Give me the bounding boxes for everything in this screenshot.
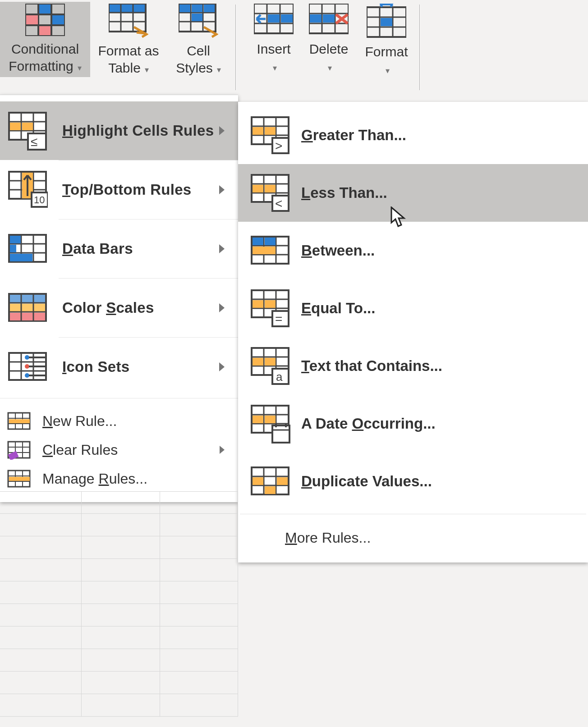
delete-cells-button[interactable]: Delete▾ — [300, 2, 357, 77]
conditional-formatting-icon — [25, 4, 65, 36]
svg-rect-43 — [381, 18, 392, 26]
format-as-table-icon — [109, 4, 148, 38]
svg-rect-36 — [310, 14, 322, 23]
svg-rect-37 — [323, 14, 335, 23]
format-cells-label: Format — [365, 44, 408, 59]
insert-cells-button[interactable]: Insert▾ — [247, 2, 300, 77]
format-as-table-button[interactable]: Format as Table ▾ — [90, 2, 167, 79]
cell-styles-label: Cell Styles — [176, 43, 213, 75]
conditional-formatting-button[interactable]: Conditional Formatting ▾ — [0, 2, 90, 77]
ribbon-group-divider — [419, 5, 420, 90]
svg-rect-30 — [281, 14, 293, 23]
format-cells-icon — [367, 4, 406, 39]
svg-rect-6 — [39, 5, 51, 14]
delete-cells-icon — [309, 4, 349, 36]
svg-rect-8 — [52, 15, 64, 24]
svg-rect-10 — [110, 5, 145, 12]
insert-cells-label: Insert — [257, 41, 290, 56]
svg-rect-20 — [179, 5, 190, 12]
cell-styles-button[interactable]: Cell Styles ▾ — [167, 2, 230, 79]
ribbon: Conditional Formatting ▾ Format as Table… — [0, 0, 588, 95]
cell-styles-icon — [179, 4, 218, 38]
delete-cells-label: Delete — [309, 41, 349, 56]
svg-rect-23 — [192, 14, 202, 21]
format-as-table-label: Format as Table — [98, 43, 159, 75]
format-cells-button[interactable]: Format▾ — [357, 2, 416, 80]
svg-rect-21 — [192, 5, 202, 12]
conditional-formatting-label: Conditional Formatting — [9, 41, 79, 73]
svg-rect-7 — [39, 26, 51, 35]
svg-rect-29 — [268, 14, 280, 23]
svg-rect-22 — [204, 5, 215, 12]
ribbon-group-divider — [235, 5, 236, 90]
svg-rect-5 — [26, 15, 38, 24]
insert-cells-icon — [254, 4, 294, 36]
